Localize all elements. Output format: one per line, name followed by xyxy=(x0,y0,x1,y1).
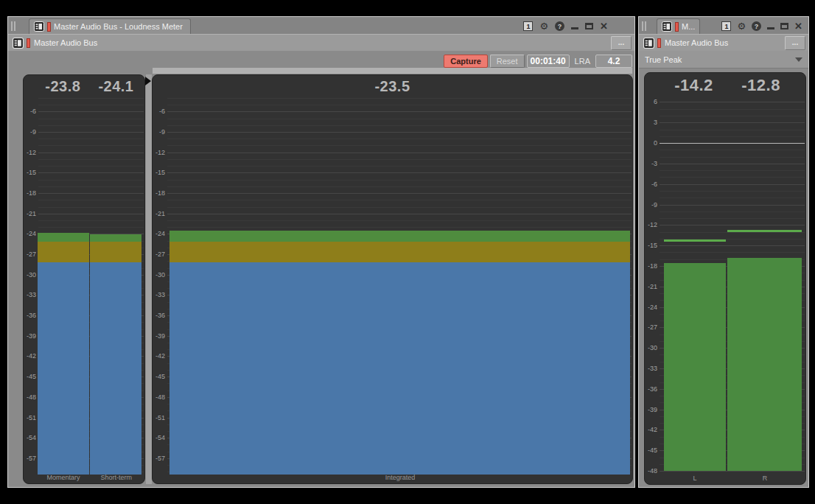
gridline xyxy=(167,186,632,187)
tick-label: -24 xyxy=(153,230,165,237)
tick-label: -12 xyxy=(645,221,657,228)
meter-readout: -23.5 xyxy=(374,78,410,95)
tick-label: -39 xyxy=(24,332,36,340)
tick-label: -6 xyxy=(645,181,657,188)
gridline xyxy=(660,164,805,164)
tick-label: -30 xyxy=(645,344,657,351)
gridline xyxy=(38,153,144,153)
loudness-integrated-meter: -23.5-6-9-12-15-18-21-24-27-30-33-36-39-… xyxy=(153,75,632,483)
gridline xyxy=(660,136,805,137)
gridline xyxy=(167,111,632,112)
meter-readout: -14.2 xyxy=(674,76,713,95)
meter-bar-segment xyxy=(90,234,141,242)
plugin-color-bar xyxy=(47,22,51,32)
tick-label: -30 xyxy=(24,271,36,279)
meter-bar-segment xyxy=(90,242,141,262)
gridline xyxy=(38,132,144,133)
plugin-menu-button[interactable]: ... xyxy=(785,36,805,50)
tick-label: -6 xyxy=(153,108,165,115)
plugin-color-bar xyxy=(657,38,661,48)
meter-channel-label: Short-term xyxy=(101,474,133,481)
tick-label: -39 xyxy=(645,406,657,413)
tick-label: 6 xyxy=(645,98,657,105)
gridline xyxy=(38,220,144,221)
maximize-button[interactable] xyxy=(585,23,593,29)
workspace-number-button[interactable]: 1 xyxy=(721,21,731,31)
tick-label: -33 xyxy=(645,365,657,372)
tick-label: -21 xyxy=(153,210,165,217)
workspace-number-button[interactable]: 1 xyxy=(523,21,533,31)
lra-value-display: 4.2 xyxy=(595,55,632,68)
gridline xyxy=(660,191,805,192)
maximize-button[interactable] xyxy=(780,23,788,29)
meter-mode-dropdown[interactable]: True Peak xyxy=(639,51,808,69)
plugin-chip-icon xyxy=(662,21,672,32)
gridline xyxy=(660,245,805,246)
tick-label: -24 xyxy=(24,230,36,237)
plugin-chip-icon xyxy=(13,38,24,49)
pane-divider-horizontal[interactable] xyxy=(153,68,632,74)
tick-label: -48 xyxy=(153,393,165,401)
meter-channel-labels: LR xyxy=(645,475,805,483)
reset-button[interactable]: Reset xyxy=(490,55,525,68)
gridline xyxy=(38,145,144,146)
tab-loudness-meter[interactable]: Master Audio Bus - Loudness Meter xyxy=(29,18,191,34)
capture-button[interactable]: Capture xyxy=(444,55,488,68)
tick-label: -51 xyxy=(153,414,165,421)
gridline xyxy=(660,197,805,198)
tick-label: -54 xyxy=(153,434,165,441)
help-icon[interactable]: ? xyxy=(555,21,564,31)
tab-master-audio-bus[interactable]: M... xyxy=(657,18,700,34)
pane-splitter[interactable] xyxy=(146,74,152,484)
settings-gear-icon[interactable]: ⚙ xyxy=(737,21,746,31)
tick-label: -18 xyxy=(24,189,36,197)
titlebar[interactable]: Master Audio Bus - Loudness Meter 1 ⚙ ? … xyxy=(8,17,634,34)
close-button[interactable]: ✕ xyxy=(600,21,608,31)
true-peak-meter: -14.2-12.8630-3-6-9-12-15-18-21-24-27-30… xyxy=(645,73,805,484)
tick-label: -39 xyxy=(153,332,165,340)
gridline xyxy=(38,159,144,160)
plugin-menu-button[interactable]: ... xyxy=(611,36,632,50)
lra-label: LRA xyxy=(575,57,590,66)
meter-channel-label: L xyxy=(693,475,697,482)
gridline xyxy=(167,172,632,173)
meter-readout: -12.8 xyxy=(741,76,780,95)
gridline xyxy=(660,184,805,185)
plugin-header: Master Audio Bus ... xyxy=(8,34,634,51)
collapse-arrow-icon[interactable] xyxy=(145,77,151,85)
tick-label: -24 xyxy=(645,304,657,311)
gridline xyxy=(660,102,805,102)
gridline xyxy=(660,211,805,212)
minimize-button[interactable] xyxy=(571,27,578,29)
gridline xyxy=(167,166,632,167)
tick-label: -21 xyxy=(645,283,657,290)
meter-readout: -23.8 xyxy=(45,78,80,95)
meter-bar-segment xyxy=(169,242,630,262)
meter-bar-segment xyxy=(90,262,141,475)
close-button[interactable]: ✕ xyxy=(794,21,802,31)
help-icon[interactable]: ? xyxy=(752,21,761,31)
meter-bar-segment xyxy=(38,242,89,262)
tick-label: -15 xyxy=(153,169,165,176)
dock-grip-icon[interactable] xyxy=(11,21,18,31)
gridline xyxy=(167,220,632,221)
tick-label: -27 xyxy=(645,323,657,331)
tick-label: -9 xyxy=(153,128,165,136)
titlebar[interactable]: M... 1 ⚙ ? ✕ xyxy=(639,17,808,34)
dock-grip-icon[interactable] xyxy=(642,21,649,31)
tick-label: -21 xyxy=(24,210,36,217)
peak-hold-line xyxy=(727,230,802,232)
minimize-button[interactable] xyxy=(767,27,774,29)
meter-bar-segment xyxy=(38,262,89,475)
settings-gear-icon[interactable]: ⚙ xyxy=(539,21,548,31)
tick-label: -57 xyxy=(24,455,36,462)
gridline xyxy=(38,193,144,194)
tick-label: -42 xyxy=(24,352,36,360)
screen: Master Audio Bus - Loudness Meter 1 ⚙ ? … xyxy=(0,0,815,504)
tick-label: -33 xyxy=(153,291,165,298)
tick-label: -33 xyxy=(24,291,36,298)
gridline xyxy=(660,225,805,225)
tick-label: -30 xyxy=(153,271,165,279)
tick-label: -51 xyxy=(24,414,36,421)
tick-label: -9 xyxy=(24,128,36,136)
